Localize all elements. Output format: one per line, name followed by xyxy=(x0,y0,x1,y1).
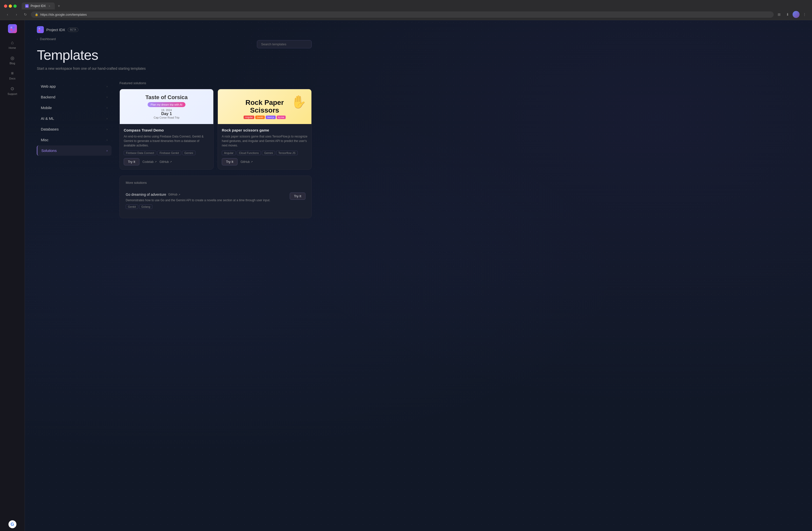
chevron-right-icon: › xyxy=(106,149,107,153)
dashboard-link[interactable]: Dashboard xyxy=(40,37,56,41)
svg-rect-6 xyxy=(39,28,40,29)
content-inner: Project IDX BETA ‹ Dashboard Templates S… xyxy=(25,20,323,224)
compass-date: 19, 2024 xyxy=(161,109,172,112)
tag-gemini: Gemini xyxy=(182,151,195,155)
chevron-right-icon: › xyxy=(106,138,107,142)
maximize-button[interactable] xyxy=(13,4,17,8)
back-chevron-icon: ‹ xyxy=(37,37,38,41)
external-link-icon: ↗ xyxy=(170,160,172,163)
two-col-layout: Web app › Backend › Mobile › AI & ML › xyxy=(37,81,311,218)
go-adventure-name: Go dreaming of adventure GitHub ↗ xyxy=(126,192,286,197)
compass-card[interactable]: Taste of Corsica Plan my dream trip with… xyxy=(119,89,214,170)
svg-rect-9 xyxy=(41,30,42,31)
sidebar-home-label: Home xyxy=(9,46,16,49)
go-adventure-github-link[interactable]: GitHub ↗ xyxy=(168,193,180,196)
profile-icon[interactable] xyxy=(793,11,800,18)
beta-badge: BETA xyxy=(68,28,78,32)
app-logo[interactable] xyxy=(8,24,17,33)
nav-item-aiml[interactable]: AI & ML › xyxy=(37,113,112,124)
close-button[interactable] xyxy=(4,4,7,8)
nav-item-solutions[interactable]: Solutions › xyxy=(37,145,112,156)
rps-github-link[interactable]: GitHub ↗ xyxy=(241,160,253,163)
chevron-right-icon: › xyxy=(106,96,107,99)
forward-button[interactable]: › xyxy=(13,11,20,18)
project-idx-logo: Project IDX BETA xyxy=(37,26,78,33)
nav-backend-label: Backend xyxy=(41,95,55,99)
back-button[interactable]: ‹ xyxy=(4,11,11,18)
home-icon: ⌂ xyxy=(11,40,14,45)
reload-button[interactable]: ↻ xyxy=(22,11,29,18)
new-tab-button[interactable]: + xyxy=(56,3,62,9)
tag-genkit: Genkit xyxy=(126,204,138,209)
compass-try-it-button[interactable]: Try It xyxy=(124,158,140,166)
external-link-icon: ↗ xyxy=(155,160,157,163)
nav-item-mobile[interactable]: Mobile › xyxy=(37,103,112,113)
lock-icon: 🔒 xyxy=(35,13,38,16)
rps-card-name: Rock paper scissors game xyxy=(222,128,307,132)
sidebar-bottom: G xyxy=(9,520,16,528)
sidebar-item-docs[interactable]: ≡ Docs xyxy=(3,69,22,82)
rps-card-actions: Try It GitHub ↗ xyxy=(222,158,307,166)
right-content: Featured solutions Taste of Corsica Plan… xyxy=(119,81,311,218)
tag-cloud-functions: Cloud Functions xyxy=(237,151,261,155)
profile-avatar xyxy=(793,11,800,18)
tag-tensorflow: Tensorflow JS xyxy=(276,151,298,155)
featured-section-title: Featured solutions xyxy=(119,81,311,85)
nav-bar: ‹ › ↻ 🔒 https://idx.google.com/templates… xyxy=(0,10,812,20)
nav-item-misc[interactable]: Misc › xyxy=(37,135,112,145)
compass-card-desc: An end-to-end demo using Firebase Data C… xyxy=(124,134,209,148)
rps-image-area: Rock PaperScissors ✋ Angular Genkit Next… xyxy=(221,92,308,121)
svg-rect-7 xyxy=(41,28,42,29)
compass-card-name: Compass Travel Demo xyxy=(124,128,209,132)
url-text: https://idx.google.com/templates xyxy=(40,13,87,16)
svg-text:◈: ◈ xyxy=(26,5,28,7)
nav-item-databases[interactable]: Databases › xyxy=(37,124,112,134)
rps-card-desc: A rock paper scissors game that uses Ten… xyxy=(222,134,307,148)
nav-databases-label: Databases xyxy=(41,127,59,131)
search-input[interactable] xyxy=(257,40,311,48)
tag-firebase-genkit: Firebase Genkit xyxy=(157,151,181,155)
rps-try-it-button[interactable]: Try It xyxy=(222,158,237,166)
go-adventure-try-it-button[interactable]: Try It xyxy=(290,192,305,200)
chevron-right-icon: › xyxy=(106,128,107,131)
main-content: Project IDX BETA ‹ Dashboard Templates S… xyxy=(25,20,812,531)
tab-close-button[interactable]: × xyxy=(48,4,51,8)
nav-aiml-label: AI & ML xyxy=(41,116,54,120)
active-tab[interactable]: ◈ Project IDX × xyxy=(21,2,55,10)
tag-golang: Golang xyxy=(139,204,153,209)
sidebar-item-home[interactable]: ⌂ Home xyxy=(3,38,22,51)
chevron-right-icon: › xyxy=(106,106,107,110)
menu-icon[interactable]: ⋮ xyxy=(801,11,808,18)
google-logo[interactable]: G xyxy=(9,520,16,528)
page-header: Project IDX BETA xyxy=(37,26,311,33)
codelab-label: Codelab xyxy=(142,160,154,163)
tag-gemini: Gemini xyxy=(262,151,275,155)
docs-icon: ≡ xyxy=(11,71,14,76)
go-adventure-row: Go dreaming of adventure GitHub ↗ Demons… xyxy=(126,188,305,213)
tab-bar: ◈ Project IDX × + xyxy=(21,2,801,10)
rps-card-body: Rock paper scissors game A rock paper sc… xyxy=(218,124,311,169)
external-link-icon: ↗ xyxy=(251,160,253,163)
nav-item-backend[interactable]: Backend › xyxy=(37,92,112,102)
go-adventure-tags: Genkit Golang xyxy=(126,204,286,209)
sidebar-item-blog[interactable]: ◎ Blog xyxy=(3,53,22,67)
rps-image-tags: Angular Genkit Next.js try.me xyxy=(244,116,286,119)
compass-github-link[interactable]: GitHub ↗ xyxy=(160,160,172,163)
compass-card-body: Compass Travel Demo An end-to-end demo u… xyxy=(120,124,213,169)
minimize-button[interactable] xyxy=(9,4,12,8)
compass-image-content: Taste of Corsica Plan my dream trip with… xyxy=(120,89,213,124)
sidebar: ⌂ Home ◎ Blog ≡ Docs ⊙ Support G xyxy=(0,20,25,531)
download-icon[interactable]: ⬇ xyxy=(784,11,791,18)
hand-icon: ✋ xyxy=(291,95,306,109)
sidebar-support-label: Support xyxy=(8,92,17,96)
sidebar-item-support[interactable]: ⊙ Support xyxy=(3,84,22,97)
rps-card[interactable]: Rock PaperScissors ✋ Angular Genkit Next… xyxy=(218,89,311,170)
support-icon: ⊙ xyxy=(11,86,14,91)
sidebar-blog-label: Blog xyxy=(10,62,15,65)
nav-item-webapp[interactable]: Web app › xyxy=(37,81,112,91)
extensions-icon[interactable]: ⊞ xyxy=(775,11,783,18)
address-bar[interactable]: 🔒 https://idx.google.com/templates xyxy=(31,12,774,18)
compass-codelab-link[interactable]: Codelab ↗ xyxy=(142,160,157,163)
compass-card-actions: Try It Codelab ↗ GitHub ↗ xyxy=(124,158,209,166)
idx-icon xyxy=(37,26,44,33)
